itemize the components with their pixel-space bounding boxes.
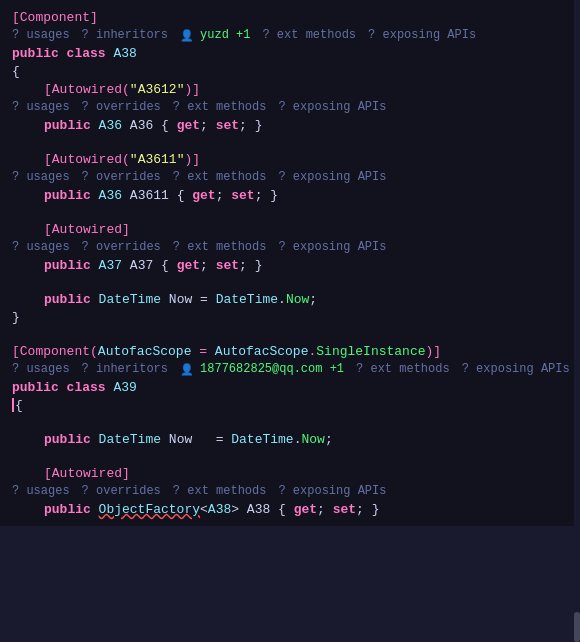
prop-a37-decl: public A37 A37 { get ; set ; } — [0, 256, 580, 274]
inheritors-link[interactable]: ? inheritors — [82, 362, 168, 376]
code-editor: [Component] ? usages ? inheritors 👤 yuzd… — [0, 0, 580, 526]
meta-line-a38: ? usages ? inheritors 👤 yuzd +1 ? ext me… — [0, 26, 580, 44]
close-brace-a38: } — [0, 308, 580, 326]
user-icon: 👤 — [180, 29, 194, 42]
overrides-link[interactable]: ? overrides — [82, 170, 161, 184]
ext-methods-link[interactable]: ? ext methods — [262, 28, 356, 42]
meta-line-a3612: ? usages ? overrides ? ext methods ? exp… — [0, 98, 580, 116]
exposing-link[interactable]: ? exposing APIs — [462, 362, 570, 376]
user-link[interactable]: 1877682825@qq.com +1 — [200, 362, 344, 376]
meta-line-a39: ? usages ? inheritors 👤 1877682825@qq.co… — [0, 360, 580, 378]
empty-line — [0, 414, 580, 430]
ext-methods-link[interactable]: ? ext methods — [173, 484, 267, 498]
overrides-link[interactable]: ? overrides — [82, 100, 161, 114]
meta-line-autowired-a39: ? usages ? overrides ? ext methods ? exp… — [0, 482, 580, 500]
empty-line — [0, 134, 580, 150]
meta-line-autowired: ? usages ? overrides ? ext methods ? exp… — [0, 238, 580, 256]
overrides-link[interactable]: ? overrides — [82, 484, 161, 498]
class-decl-a38: public class A38 — [0, 44, 580, 62]
empty-line — [0, 204, 580, 220]
ext-methods-link[interactable]: ? ext methods — [173, 100, 267, 114]
usages-link[interactable]: ? usages — [12, 362, 70, 376]
class-a39-section: [Component( AutofacScope = AutofacScope … — [0, 342, 580, 518]
annotation-component: [Component] — [0, 8, 580, 26]
usages-link[interactable]: ? usages — [12, 170, 70, 184]
prop-a3611-decl: public A36 A3611 { get ; set ; } — [0, 186, 580, 204]
annotation-autofac: [Component( AutofacScope = AutofacScope … — [0, 342, 580, 360]
usages-link[interactable]: ? usages — [12, 484, 70, 498]
usages-link[interactable]: ? usages — [12, 28, 70, 42]
exposing-link[interactable]: ? exposing APIs — [368, 28, 476, 42]
empty-line — [0, 326, 580, 342]
annotation-a3612: [Autowired("A3612")] — [0, 80, 580, 98]
prop-objectfactory-decl: public ObjectFactory < A38 > A38 { get ;… — [0, 500, 580, 518]
usages-link[interactable]: ? usages — [12, 100, 70, 114]
usages-link[interactable]: ? usages — [12, 240, 70, 254]
exposing-link[interactable]: ? exposing APIs — [278, 100, 386, 114]
overrides-link[interactable]: ? overrides — [82, 240, 161, 254]
cursor — [12, 398, 14, 412]
annotation-a3611: [Autowired("A3611")] — [0, 150, 580, 168]
datetime-now-a39: public DateTime Now = DateTime . Now ; — [0, 430, 580, 448]
exposing-link[interactable]: ? exposing APIs — [278, 240, 386, 254]
class-decl-a39: public class A39 — [0, 378, 580, 396]
prop-a36-decl: public A36 A36 { get ; set ; } — [0, 116, 580, 134]
scrollbar[interactable] — [574, 0, 580, 642]
ext-methods-link[interactable]: ? ext methods — [173, 240, 267, 254]
inheritors-link[interactable]: ? inheritors — [82, 28, 168, 42]
ext-methods-link[interactable]: ? ext methods — [356, 362, 450, 376]
ext-methods-link[interactable]: ? ext methods — [173, 170, 267, 184]
annotation-autowired: [Autowired] — [0, 220, 580, 238]
user-link[interactable]: yuzd +1 — [200, 28, 250, 42]
datetime-now-decl: public DateTime Now = DateTime . Now ; — [0, 290, 580, 308]
annotation-autowired-a39: [Autowired] — [0, 464, 580, 482]
empty-line — [0, 274, 580, 290]
open-brace-a38: { — [0, 62, 580, 80]
open-brace-a39: { — [0, 396, 580, 414]
meta-line-a3611: ? usages ? overrides ? ext methods ? exp… — [0, 168, 580, 186]
scrollbar-thumb[interactable] — [574, 612, 580, 642]
class-a38-section: [Component] ? usages ? inheritors 👤 yuzd… — [0, 8, 580, 326]
annotation-text: [Component] — [12, 10, 98, 25]
exposing-link[interactable]: ? exposing APIs — [278, 170, 386, 184]
user-icon: 👤 — [180, 363, 194, 376]
exposing-link[interactable]: ? exposing APIs — [278, 484, 386, 498]
empty-line — [0, 448, 580, 464]
